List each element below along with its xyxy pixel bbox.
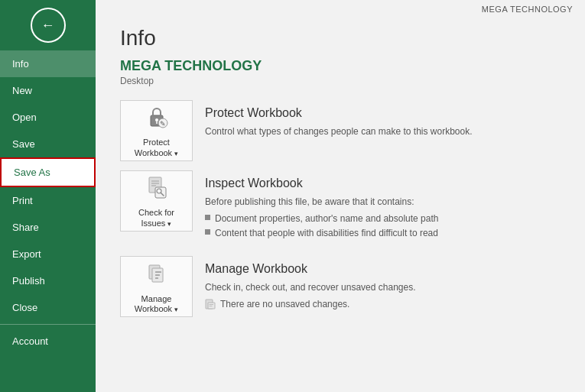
workbook-location: Desktop: [120, 76, 561, 86]
protect-workbook-card: ✎ Protect Workbook ▾ Protect Workbook Co…: [120, 100, 561, 161]
protect-arrow-icon: ▾: [174, 150, 178, 157]
manage-icon: [143, 260, 171, 291]
page-title: Info: [120, 26, 561, 50]
company-name: MEGA TECHNOLOGY: [482, 5, 573, 14]
protect-workbook-button[interactable]: ✎ Protect Workbook ▾: [120, 100, 193, 161]
bullet-icon-2: [205, 229, 210, 235]
svg-rect-15: [155, 274, 160, 276]
bullet-icon-1: [205, 215, 210, 220]
sidebar-item-save[interactable]: Save: [0, 131, 96, 157]
back-button[interactable]: ←: [31, 8, 66, 43]
inspect-arrow-icon: ▾: [167, 220, 171, 228]
protect-card-desc: Control what types of changes people can…: [205, 125, 548, 138]
back-arrow-icon: ←: [41, 18, 55, 34]
sidebar-item-export[interactable]: Export: [0, 241, 96, 267]
sidebar-item-share[interactable]: Share: [0, 214, 96, 241]
inspect-card-desc: Before publishing this file, be aware th…: [205, 195, 548, 209]
sidebar-item-account[interactable]: Account: [0, 328, 96, 355]
check-issues-button[interactable]: Check for Issues ▾: [120, 170, 193, 232]
manage-icon-label: Manage Workbook ▾: [135, 294, 178, 314]
protect-card-text: Protect Workbook Control what types of c…: [193, 100, 561, 144]
note-doc-icon: [205, 299, 216, 312]
sidebar: ← Info New Open Save Save As Print Share…: [0, 0, 96, 392]
sidebar-item-publish[interactable]: Publish: [0, 267, 96, 294]
sidebar-bottom: Account: [0, 328, 96, 361]
protect-icon-label: Protect Workbook ▾: [135, 138, 178, 157]
svg-point-1: [155, 118, 158, 121]
inspect-bullet-1: Document properties, author's name and a…: [205, 212, 548, 226]
protect-icon: ✎: [143, 103, 171, 134]
inspect-workbook-card: Check for Issues ▾ Inspect Workbook Befo…: [120, 170, 561, 247]
inspect-card-text: Inspect Workbook Before publishing this …: [193, 170, 561, 247]
sidebar-divider: [0, 324, 96, 325]
manage-card-title: Manage Workbook: [205, 262, 548, 276]
main-content: MEGA TECHNOLOGY Info MEGA TECHNOLOGY Des…: [96, 0, 585, 392]
manage-card-desc: Check in, check out, and recover unsaved…: [205, 280, 548, 294]
protect-card-title: Protect Workbook: [205, 106, 548, 120]
inspect-bullets: Document properties, author's name and a…: [205, 212, 548, 241]
sidebar-item-print[interactable]: Print: [0, 187, 96, 214]
manage-card-text: Manage Workbook Check in, check out, and…: [193, 256, 561, 318]
svg-rect-18: [208, 303, 215, 309]
workbook-name: MEGA TECHNOLOGY: [120, 58, 561, 74]
inspect-bullet-2: Content that people with disabilities fi…: [205, 226, 548, 241]
sidebar-item-close[interactable]: Close: [0, 294, 96, 321]
inspect-icon-label: Check for Issues ▾: [138, 208, 174, 228]
sidebar-item-save-as[interactable]: Save As: [0, 157, 96, 187]
content-area: Info MEGA TECHNOLOGY Desktop ✎ Protect: [96, 18, 585, 392]
top-bar: MEGA TECHNOLOGY: [96, 0, 585, 18]
manage-workbook-button[interactable]: Manage Workbook ▾: [120, 256, 193, 317]
sidebar-item-info[interactable]: Info: [0, 50, 96, 77]
svg-rect-16: [155, 277, 158, 279]
manage-workbook-card: Manage Workbook ▾ Manage Workbook Check …: [120, 256, 561, 318]
svg-text:✎: ✎: [160, 120, 166, 128]
manage-arrow-icon: ▾: [174, 306, 178, 313]
sidebar-item-new[interactable]: New: [0, 77, 96, 104]
inspect-icon: [143, 173, 171, 205]
sidebar-nav: Info New Open Save Save As Print Share E…: [0, 50, 96, 392]
manage-card-note: There are no unsaved changes.: [205, 299, 548, 312]
manage-note-text: There are no unsaved changes.: [220, 299, 349, 309]
sidebar-item-open[interactable]: Open: [0, 104, 96, 131]
svg-rect-14: [155, 271, 161, 273]
inspect-card-title: Inspect Workbook: [205, 177, 548, 190]
